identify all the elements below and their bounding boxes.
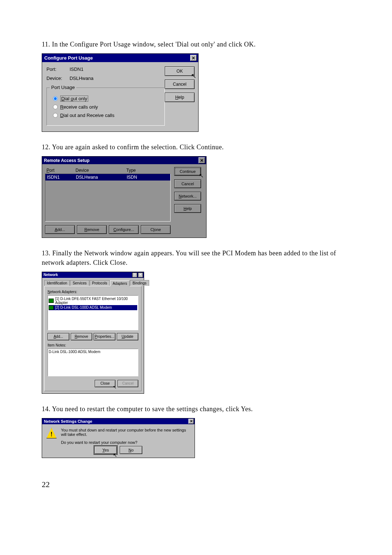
dialog-titlebar: Remote Access Setup ✕	[42, 157, 206, 164]
tabs: Identification Services Protocols Adapte…	[44, 280, 142, 286]
ports-list[interactable]: ISDN1 DSLHwana ISDN	[45, 174, 171, 222]
cursor-icon: ↖	[113, 385, 117, 390]
update-button[interactable]: Update	[117, 333, 139, 340]
message-line-1: You must shut down and restart your comp…	[61, 428, 190, 437]
close-icon[interactable]: ✕	[138, 272, 143, 278]
adapter-icon	[49, 305, 54, 310]
remote-access-setup-dialog: Remote Access Setup ✕ Port Device Type I…	[42, 156, 207, 238]
tab-bindings[interactable]: Bindings	[130, 280, 149, 286]
col-type: Type	[126, 168, 163, 173]
adapters-list[interactable]: [1] D-Link DFE-550TX FAST Ethernet 10/10…	[48, 295, 138, 330]
col-device: Device	[75, 168, 126, 173]
dialog-titlebar: Network ? ✕	[42, 272, 144, 278]
dialog-title: Remote Access Setup	[44, 158, 90, 163]
remove-button[interactable]: Remove	[77, 225, 107, 234]
message-line-2: Do you want to restart your computer now…	[61, 440, 190, 445]
tab-protocols[interactable]: Protocols	[90, 280, 110, 286]
dialog-title: Network Settings Change	[44, 419, 92, 424]
help-button[interactable]: Help	[165, 93, 195, 102]
help-button[interactable]: Help	[174, 204, 201, 213]
dialog-title: Network	[44, 273, 58, 277]
yes-button[interactable]: Yes ↖	[94, 446, 117, 454]
step-14-text: 14. You need to restart the computer to …	[42, 405, 343, 414]
dialog-titlebar: Network Settings Change ✕	[42, 418, 195, 424]
continue-button[interactable]: Continue ↖	[174, 167, 201, 176]
cursor-icon: ↖	[191, 72, 196, 80]
device-value: DSLHwana	[70, 76, 94, 81]
network-dialog: Network ? ✕ Identification Services Prot…	[42, 272, 144, 394]
list-item[interactable]: [2] D-Link DSL-100D ADSL Modem	[49, 305, 137, 310]
radio-dial-out-only[interactable]	[53, 96, 58, 101]
dialog-title: Configure Port Usage	[44, 55, 93, 61]
network-settings-change-dialog: Network Settings Change ✕ ! You must shu…	[42, 418, 195, 458]
network-button[interactable]: Network...	[174, 192, 201, 200]
row-device: DSLHwana	[76, 175, 127, 180]
no-button[interactable]: No	[120, 446, 142, 454]
configure-button[interactable]: Configure...	[109, 225, 139, 234]
close-button[interactable]: Close ↖	[95, 380, 115, 387]
add-button[interactable]: Add...	[45, 225, 75, 234]
cancel-button: Cancel	[118, 380, 138, 387]
device-label: Device:	[46, 76, 68, 81]
list-item[interactable]: [1] D-Link DFE-550TX FAST Ethernet 10/10…	[49, 296, 137, 305]
radio-dial-and-receive[interactable]	[53, 113, 58, 118]
dialog-titlebar: Configure Port Usage ✕	[42, 54, 198, 62]
item-notes-label: Item Notes:	[48, 343, 138, 347]
properties-button[interactable]: Properties...	[94, 333, 115, 340]
step-12-text: 12. You are again asked to confirm the s…	[42, 143, 343, 152]
cursor-icon: ↖	[113, 452, 117, 458]
port-value: ISDN1	[70, 66, 83, 72]
close-icon[interactable]: ✕	[190, 55, 197, 61]
port-usage-groupbox: Port Usage Dial out only Receive calls o…	[46, 88, 165, 126]
close-icon[interactable]: ✕	[199, 157, 205, 163]
radio-receive-only[interactable]	[53, 105, 58, 109]
cancel-button[interactable]: Cancel	[174, 179, 201, 188]
remove-button[interactable]: Remove	[71, 333, 93, 340]
add-button[interactable]: Add...	[48, 333, 69, 340]
configure-port-usage-dialog: Configure Port Usage ✕ Port: ISDN1 Devic…	[42, 53, 199, 132]
row-type: ISDN	[127, 175, 163, 180]
adapter-icon	[49, 299, 54, 303]
groupbox-label: Port Usage	[50, 85, 76, 90]
row-port: ISDN1	[47, 175, 76, 180]
adapters-label: Network Adapters:	[48, 290, 138, 294]
page-number: 22	[42, 480, 352, 489]
step-13-text: 13. Finally the Network window again app…	[42, 249, 343, 267]
ok-button[interactable]: OK ↖	[165, 66, 195, 76]
col-port: Port	[46, 168, 75, 173]
tab-adapters[interactable]: Adapters	[110, 280, 130, 286]
tab-services[interactable]: Services	[70, 280, 89, 286]
item-notes: D-Link DSL-100D ADSL Modem	[48, 349, 138, 376]
close-icon[interactable]: ✕	[188, 419, 194, 424]
help-icon[interactable]: ?	[132, 272, 137, 278]
cursor-icon: ↖	[199, 172, 204, 179]
step-11-text: 11. In the Configure Port Usage window, …	[42, 40, 343, 49]
port-label: Port:	[46, 66, 68, 72]
clone-button[interactable]: Clone	[141, 225, 171, 234]
cancel-button[interactable]: Cancel	[165, 80, 195, 89]
warning-icon: !	[46, 428, 57, 438]
list-row[interactable]: ISDN1 DSLHwana ISDN	[45, 174, 170, 181]
tab-identification[interactable]: Identification	[44, 280, 70, 286]
